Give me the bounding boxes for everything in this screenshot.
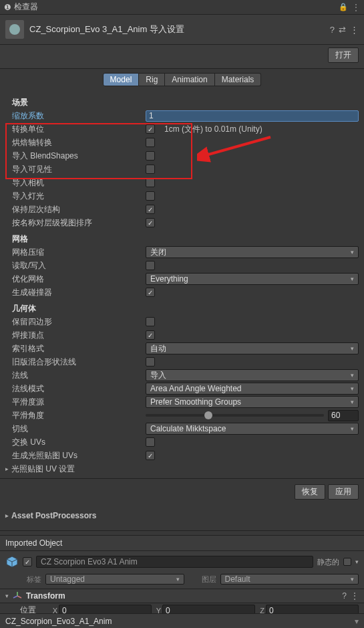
transform-menu-icon[interactable]: ⋮ bbox=[351, 591, 359, 601]
optimize-dropdown[interactable]: Everything bbox=[146, 273, 359, 285]
convert-units-info: 1cm (文件) to 0.01m (Unity) bbox=[164, 124, 262, 135]
swap-uvs-checkbox[interactable] bbox=[146, 437, 155, 447]
transform-foldout-icon[interactable]: ▾ bbox=[5, 593, 9, 599]
scene-header: 场景 bbox=[12, 96, 359, 109]
normals-mode-dropdown[interactable]: Area And Angle Weighted bbox=[146, 383, 359, 395]
optimize-label: 优化网格 bbox=[12, 274, 146, 285]
sort-by-name-label: 按名称对层级视图排序 bbox=[12, 217, 146, 229]
layer-label: 图层 bbox=[202, 574, 216, 585]
static-label: 静态的 bbox=[317, 557, 339, 567]
meshes-header: 网格 bbox=[12, 232, 359, 245]
imported-object-header: Imported Object bbox=[0, 535, 364, 551]
object-enabled-checkbox[interactable] bbox=[23, 557, 32, 566]
asset-header: CZ_Scorpion_Evo 3_A1_Anim 导入设置 ? ⇄ ⋮ bbox=[0, 15, 364, 45]
legacy-blend-label: 旧版混合形状法线 bbox=[12, 356, 146, 368]
inspector-icon: ❶ bbox=[4, 3, 11, 12]
footer-buttons: 恢复 应用 bbox=[0, 478, 364, 505]
keep-quads-checkbox[interactable] bbox=[146, 317, 155, 326]
cameras-checkbox[interactable] bbox=[146, 178, 155, 187]
transform-icon bbox=[13, 591, 22, 601]
revert-button[interactable]: 恢复 bbox=[295, 484, 325, 500]
svg-line-5 bbox=[13, 596, 17, 598]
compression-label: 网格压缩 bbox=[12, 247, 146, 258]
blendshapes-checkbox[interactable] bbox=[146, 151, 155, 161]
colliders-checkbox[interactable] bbox=[146, 288, 155, 297]
asset-thumbnail bbox=[5, 20, 24, 39]
normals-mode-label: 法线模式 bbox=[12, 383, 146, 395]
index-format-dropdown[interactable]: 自动 bbox=[146, 342, 359, 354]
object-name-field[interactable]: CZ Scorpion Evo3 A1 Anim bbox=[36, 556, 313, 568]
asset-menu-icon[interactable]: ⋮ bbox=[350, 25, 359, 35]
scene-panel: 场景 缩放系数 转换单位 1cm (文件) to 0.01m (Unity) 烘… bbox=[0, 90, 364, 478]
inspector-title: ❶ 检查器 bbox=[4, 1, 339, 13]
read-write-checkbox[interactable] bbox=[146, 261, 155, 270]
inspector-title-text: 检查器 bbox=[14, 1, 38, 13]
keep-quads-label: 保留四边形 bbox=[12, 316, 146, 328]
index-format-label: 索引格式 bbox=[12, 343, 146, 354]
weld-label: 焊接顶点 bbox=[12, 330, 146, 341]
smoothing-source-label: 平滑度源 bbox=[12, 397, 146, 408]
compression-dropdown[interactable]: 关闭 bbox=[146, 246, 359, 258]
open-button[interactable]: 打开 bbox=[328, 47, 359, 63]
convert-units-checkbox[interactable] bbox=[146, 124, 155, 134]
smoothing-angle-input[interactable] bbox=[328, 410, 359, 421]
transform-help-icon[interactable]: ? bbox=[342, 591, 347, 601]
colliders-label: 生成碰撞器 bbox=[12, 287, 146, 298]
tab-model[interactable]: Model bbox=[103, 73, 140, 86]
context-menu-icon[interactable]: ⋮ bbox=[352, 3, 360, 12]
tag-dropdown[interactable]: Untagged bbox=[45, 574, 184, 585]
open-row: 打开 bbox=[0, 45, 364, 69]
read-write-label: 读取/写入 bbox=[12, 260, 146, 272]
scale-factor-input[interactable] bbox=[146, 110, 359, 122]
static-dropdown-icon[interactable]: ▾ bbox=[355, 558, 359, 565]
transform-title: Transform bbox=[26, 591, 338, 601]
preset-icon[interactable]: ⇄ bbox=[339, 25, 346, 35]
normals-dropdown[interactable]: 导入 bbox=[146, 369, 359, 381]
blendshapes-label: 导入 BlendShapes bbox=[12, 150, 146, 162]
hierarchy-checkbox[interactable] bbox=[146, 205, 155, 214]
svg-line-4 bbox=[17, 596, 21, 598]
visibility-label: 导入可见性 bbox=[12, 164, 146, 175]
inspector-titlebar: ❶ 检查器 🔒 ⋮ bbox=[0, 0, 364, 15]
hierarchy-label: 保持层次结构 bbox=[12, 204, 146, 215]
lock-icon[interactable]: 🔒 bbox=[339, 3, 348, 12]
tab-animation[interactable]: Animation bbox=[165, 73, 214, 86]
asset-name: CZ_Scorpion_Evo 3_A1_Anim 导入设置 bbox=[29, 23, 330, 35]
gen-lightmap-label: 生成光照贴图 UVs bbox=[12, 450, 146, 461]
status-dropdown-icon[interactable]: ▾ bbox=[355, 617, 359, 626]
object-header: CZ Scorpion Evo3 A1 Anim 静态的 ▾ bbox=[0, 551, 364, 572]
help-icon[interactable]: ? bbox=[330, 25, 335, 35]
sort-by-name-checkbox[interactable] bbox=[146, 218, 155, 227]
smoothing-source-dropdown[interactable]: Prefer Smoothing Groups bbox=[146, 396, 359, 408]
normals-label: 法线 bbox=[12, 370, 146, 381]
cameras-label: 导入相机 bbox=[12, 177, 146, 189]
weld-checkbox[interactable] bbox=[146, 330, 155, 340]
postprocessors-foldout[interactable]: Asset PostProcessors bbox=[5, 509, 359, 522]
tag-layer-row: 标签 Untagged 图层 Default bbox=[0, 572, 364, 589]
lightmap-settings-foldout[interactable]: 光照贴图 UV 设置 bbox=[5, 462, 359, 476]
lights-label: 导入灯光 bbox=[12, 191, 146, 202]
geometry-header: 几何体 bbox=[12, 302, 359, 315]
visibility-checkbox[interactable] bbox=[146, 165, 155, 174]
convert-units-label: 转换单位 bbox=[12, 124, 146, 135]
tag-label: 标签 bbox=[27, 574, 41, 585]
status-text: CZ_Scorpion_Evo3_A1_Anim bbox=[5, 617, 112, 626]
importer-tabs: Model Rig Animation Materials bbox=[0, 69, 364, 90]
lights-checkbox[interactable] bbox=[146, 191, 155, 201]
smoothing-angle-slider[interactable] bbox=[146, 414, 324, 417]
transform-header[interactable]: ▾ Transform ? ⋮ bbox=[0, 589, 364, 603]
postprocessors-panel: Asset PostProcessors bbox=[0, 505, 364, 526]
status-bar: CZ_Scorpion_Evo3_A1_Anim ▾ bbox=[0, 613, 364, 628]
tangents-dropdown[interactable]: Calculate Mikktspace bbox=[146, 423, 359, 435]
tab-materials[interactable]: Materials bbox=[215, 73, 262, 86]
swap-uvs-label: 交换 UVs bbox=[12, 437, 146, 448]
tab-rig[interactable]: Rig bbox=[139, 73, 165, 86]
gen-lightmap-checkbox[interactable] bbox=[146, 451, 155, 460]
bake-axis-checkbox[interactable] bbox=[146, 138, 155, 147]
layer-dropdown[interactable]: Default bbox=[220, 574, 359, 585]
tangents-label: 切线 bbox=[12, 423, 146, 435]
legacy-blend-checkbox[interactable] bbox=[146, 357, 155, 367]
svg-point-0 bbox=[9, 24, 20, 35]
static-checkbox[interactable] bbox=[343, 558, 351, 566]
apply-button[interactable]: 应用 bbox=[328, 484, 359, 500]
